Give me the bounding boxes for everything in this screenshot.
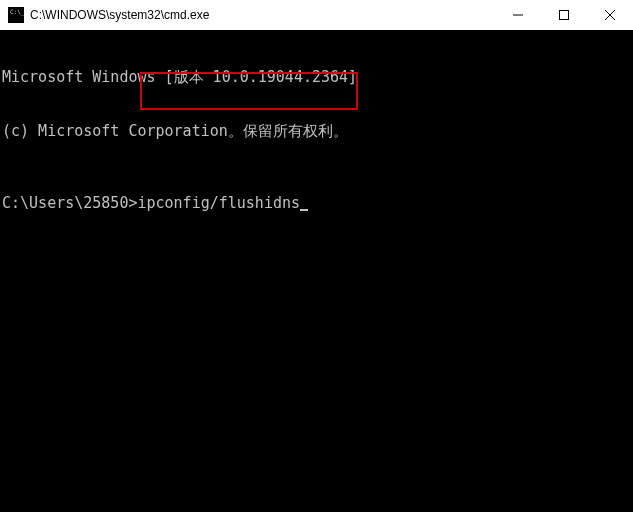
maximize-button[interactable] xyxy=(541,0,587,30)
terminal-area[interactable]: Microsoft Windows [版本 10.0.19044.2364] (… xyxy=(0,30,633,512)
window-title: C:\WINDOWS\system32\cmd.exe xyxy=(30,8,495,22)
cmd-window: C:\WINDOWS\system32\cmd.exe Microsoft Wi… xyxy=(0,0,633,512)
close-icon xyxy=(605,10,615,20)
terminal-line-version: Microsoft Windows [版本 10.0.19044.2364] xyxy=(2,68,631,86)
cmd-icon xyxy=(8,7,24,23)
minimize-icon xyxy=(513,10,523,20)
window-controls xyxy=(495,0,633,30)
close-button[interactable] xyxy=(587,0,633,30)
svg-rect-1 xyxy=(560,11,569,20)
terminal-command: ipconfig/flushidns xyxy=(137,194,300,212)
terminal-cursor xyxy=(300,209,308,211)
minimize-button[interactable] xyxy=(495,0,541,30)
terminal-prompt: C:\Users\25850> xyxy=(2,194,137,212)
maximize-icon xyxy=(559,10,569,20)
terminal-line-copyright: (c) Microsoft Corporation。保留所有权利。 xyxy=(2,122,631,140)
terminal-prompt-line: C:\Users\25850>ipconfig/flushidns xyxy=(2,194,631,212)
titlebar[interactable]: C:\WINDOWS\system32\cmd.exe xyxy=(0,0,633,30)
